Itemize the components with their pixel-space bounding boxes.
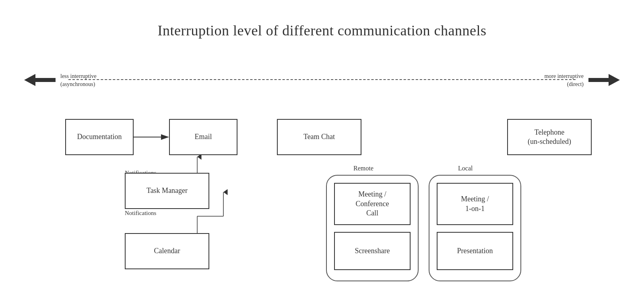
diagram-container: Interruption level of different communic…: [0, 0, 644, 297]
right-arrow-label: more interruptive (direct): [544, 72, 584, 88]
right-arrow-icon: [588, 72, 620, 88]
remote-label: Remote: [353, 165, 374, 172]
meeting-conference-box: Meeting / Conference Call: [334, 183, 411, 225]
presentation-box: Presentation: [437, 232, 513, 270]
page-title: Interruption level of different communic…: [0, 22, 644, 39]
left-arrow: less interruptive (asynchronous): [24, 72, 56, 88]
left-arrow-label: less interruptive (asynchronous): [60, 72, 97, 88]
svg-marker-0: [24, 74, 56, 86]
svg-marker-1: [588, 74, 620, 86]
axis-container: less interruptive (asynchronous) more in…: [24, 70, 620, 90]
local-label: Local: [458, 165, 473, 172]
documentation-box: Documentation: [65, 119, 134, 155]
email-box: Email: [169, 119, 237, 155]
screenshare-box: Screenshare: [334, 232, 411, 270]
notifications-label-bottom: Notifications: [125, 210, 156, 217]
dashed-axis-line: [68, 79, 576, 80]
calendar-box: Calendar: [125, 233, 209, 269]
task-manager-box: Task Manager: [125, 173, 209, 209]
right-arrow: more interruptive (direct): [588, 72, 620, 88]
team-chat-box: Team Chat: [277, 119, 361, 155]
meeting-1on1-box: Meeting / 1-on-1: [437, 183, 513, 225]
telephone-box: Telephone (un-scheduled): [507, 119, 592, 155]
left-arrow-icon: [24, 72, 56, 88]
